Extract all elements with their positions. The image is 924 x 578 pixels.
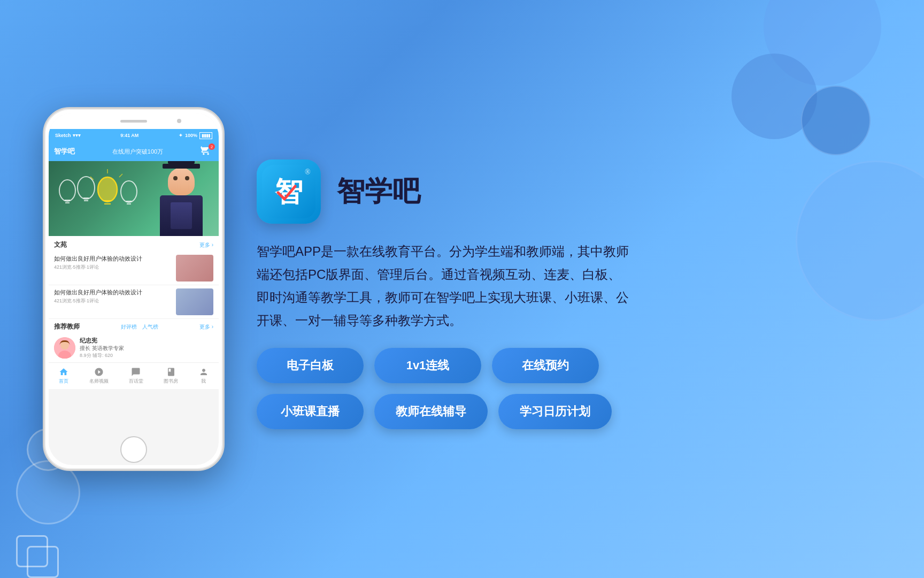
app-bottom-nav: 首页 名师视频 百话堂 bbox=[49, 362, 219, 389]
svg-point-6 bbox=[98, 177, 117, 202]
teacher-info: 纪忠宪 擅长 英语教学专家 8.9分 辅导: 620 bbox=[80, 337, 124, 359]
phone-speaker bbox=[120, 120, 147, 123]
phone-power-button bbox=[224, 189, 225, 216]
article-title-2: 如何做出良好用户体验的动效设计 bbox=[54, 288, 172, 296]
teacher-stats: 8.9分 辅导: 620 bbox=[80, 352, 124, 359]
feature-btn-tutoring[interactable]: 教师在线辅导 bbox=[374, 394, 488, 429]
nav-label-classroom: 百话堂 bbox=[129, 378, 143, 385]
article-text-1: 如何做出良好用户体验的动效设计 421浏览·5推荐·1评论 bbox=[54, 255, 172, 282]
feature-btn-1v1[interactable]: 1v1连线 bbox=[374, 348, 481, 383]
svg-point-3 bbox=[78, 177, 95, 199]
phone-frame: Sketch ▾▾▾ 9:41 AM ✦ 100% ▮▮▮▮ 智学吧 在线用户突… bbox=[43, 107, 225, 471]
brand-logo: ® 智 bbox=[257, 159, 321, 224]
cart-count: 2 bbox=[209, 143, 215, 150]
article-item-2[interactable]: 如何做出良好用户体验的动效设计 421浏览·5推荐·1评论 bbox=[49, 285, 219, 319]
battery-text: 100% bbox=[185, 133, 197, 138]
nav-label-celebrity: 名师视频 bbox=[89, 378, 109, 385]
feature-row-1: 电子白板 1v1连线 在线预约 bbox=[257, 348, 881, 383]
app-content: 文苑 更多 › 如何做出良好用户体验的动效设计 421浏览·5推荐·1评论 bbox=[49, 236, 219, 362]
teacher-name: 纪忠宪 bbox=[80, 337, 124, 345]
svg-point-0 bbox=[59, 180, 75, 201]
phone-home-button[interactable] bbox=[120, 436, 147, 463]
teachers-title: 推荐教师 bbox=[54, 322, 80, 331]
article-item-1[interactable]: 如何做出良好用户体验的动效设计 421浏览·5推荐·1评论 bbox=[49, 252, 219, 285]
app-logo-text: 智学吧 bbox=[54, 147, 75, 156]
phone-section: Sketch ▾▾▾ 9:41 AM ✦ 100% ▮▮▮▮ 智学吧 在线用户突… bbox=[43, 107, 225, 471]
feature-btn-schedule[interactable]: 学习日历计划 bbox=[498, 394, 612, 429]
brand-name: 智学吧 bbox=[337, 173, 420, 210]
bg-decoration-3 bbox=[801, 86, 871, 155]
article-thumb-2 bbox=[176, 288, 213, 315]
nav-item-library[interactable]: 图书房 bbox=[164, 367, 178, 385]
feature-btn-booking[interactable]: 在线预约 bbox=[492, 348, 599, 383]
brand-header: ® 智 智学吧 bbox=[257, 159, 881, 224]
status-left: Sketch ▾▾▾ bbox=[55, 133, 81, 138]
brand-logo-svg: ® 智 bbox=[262, 165, 315, 218]
nav-label-profile: 我 bbox=[201, 378, 206, 385]
nav-item-home[interactable]: 首页 bbox=[59, 367, 68, 385]
teacher-avatar bbox=[54, 337, 75, 359]
right-section: ® 智 智学吧 智学吧APP是一款在线教育平台。分为学生端和教师端，其中教师端还… bbox=[257, 149, 881, 430]
app-banner bbox=[49, 161, 219, 236]
nav-item-celebrity[interactable]: 名师视频 bbox=[89, 367, 109, 385]
phone-top-bar bbox=[49, 113, 219, 129]
banner-lightbulbs-svg bbox=[54, 164, 140, 233]
svg-point-9 bbox=[121, 181, 137, 202]
svg-line-13 bbox=[119, 174, 122, 177]
phone-vol-up-button bbox=[43, 178, 44, 197]
library-icon bbox=[166, 367, 176, 377]
nav-item-profile[interactable]: 我 bbox=[199, 367, 209, 385]
teachers-section-header: 推荐教师 好评榜 人气榜 更多 › bbox=[49, 319, 219, 333]
wifi-icon: ▾▾▾ bbox=[73, 133, 81, 138]
articles-title: 文苑 bbox=[54, 240, 67, 249]
feature-buttons: 电子白板 1v1连线 在线预约 小班课直播 教师在线辅导 学习日历计划 bbox=[257, 348, 881, 429]
bluetooth-icon: ✦ bbox=[179, 133, 183, 138]
phone-camera bbox=[177, 119, 181, 123]
status-bar: Sketch ▾▾▾ 9:41 AM ✦ 100% ▮▮▮▮ bbox=[49, 129, 219, 142]
feature-btn-whiteboard[interactable]: 电子白板 bbox=[257, 348, 364, 383]
feature-row-2: 小班课直播 教师在线辅导 学习日历计划 bbox=[257, 394, 881, 429]
celebrity-icon bbox=[94, 367, 104, 377]
classroom-icon bbox=[131, 367, 141, 377]
svg-text:®: ® bbox=[305, 168, 311, 176]
nav-item-classroom[interactable]: 百话堂 bbox=[129, 367, 143, 385]
nav-label-home: 首页 bbox=[59, 378, 68, 385]
article-thumb-1 bbox=[176, 255, 213, 282]
article-meta-1: 421浏览·5推荐·1评论 bbox=[54, 264, 172, 271]
teacher-specialty: 擅长 英语教学专家 bbox=[80, 345, 124, 352]
phone-inner: Sketch ▾▾▾ 9:41 AM ✦ 100% ▮▮▮▮ 智学吧 在线用户突… bbox=[49, 113, 219, 465]
feature-btn-smallclass[interactable]: 小班课直播 bbox=[257, 394, 364, 429]
app-description: 智学吧APP是一款在线教育平台。分为学生端和教师端，其中教师端还包括PC版界面、… bbox=[257, 240, 631, 332]
articles-more[interactable]: 更多 › bbox=[199, 241, 213, 249]
cart-icon[interactable]: 2 bbox=[201, 145, 213, 158]
home-icon bbox=[59, 367, 68, 377]
article-text-2: 如何做出良好用户体验的动效设计 421浏览·5推荐·1评论 bbox=[54, 288, 172, 315]
teachers-more[interactable]: 更多 › bbox=[199, 323, 213, 331]
teacher-tab-popular[interactable]: 人气榜 bbox=[142, 323, 158, 331]
article-meta-2: 421浏览·5推荐·1评论 bbox=[54, 298, 172, 305]
articles-section-header: 文苑 更多 › bbox=[49, 236, 219, 252]
time-display: 9:41 AM bbox=[120, 133, 138, 138]
teacher-tab-good[interactable]: 好评榜 bbox=[121, 323, 137, 331]
profile-icon bbox=[199, 367, 209, 377]
graduate-figure bbox=[155, 164, 208, 236]
carrier-text: Sketch bbox=[55, 133, 71, 138]
app-promo-text: 在线用户突破100万 bbox=[112, 148, 163, 156]
status-right: ✦ 100% ▮▮▮▮ bbox=[179, 132, 212, 139]
teacher-item-1[interactable]: 纪忠宪 擅长 英语教学专家 8.9分 辅导: 620 bbox=[49, 333, 219, 362]
nav-label-library: 图书房 bbox=[164, 378, 178, 385]
teacher-tabs: 好评榜 人气榜 bbox=[121, 323, 158, 331]
article-title-1: 如何做出良好用户体验的动效设计 bbox=[54, 255, 172, 263]
phone-vol-down-button bbox=[43, 202, 44, 221]
deco-square-inner bbox=[27, 546, 59, 578]
app-header: 智学吧 在线用户突破100万 2 bbox=[49, 142, 219, 161]
battery-icon: ▮▮▮▮ bbox=[199, 132, 212, 139]
